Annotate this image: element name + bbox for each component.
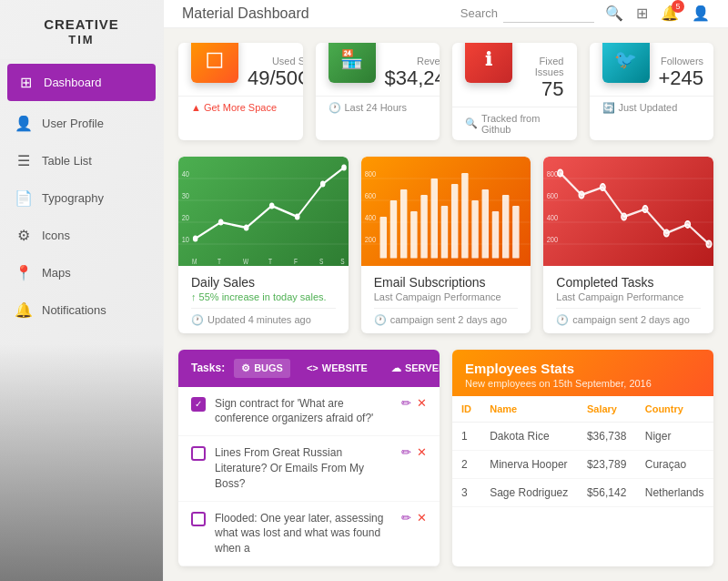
svg-text:400: 400: [364, 211, 376, 221]
svg-text:400: 400: [547, 211, 559, 221]
stat-card-fixed-issues: ℹ Fixed Issues 75 🔍 Tracked from Github: [452, 43, 577, 140]
svg-text:800: 800: [547, 168, 559, 178]
tasks-label: Tasks:: [191, 362, 225, 374]
twitter-icon: 🐦: [614, 48, 637, 70]
dashboard-label: Dashboard: [44, 76, 102, 89]
issues-value: 75: [521, 77, 564, 101]
sidebar-item-dashboard[interactable]: ⊞ Dashboard: [7, 64, 156, 101]
grid-view-icon[interactable]: ⊞: [636, 5, 648, 22]
sidebar-item-typography[interactable]: 📄 Typography: [0, 179, 163, 217]
bottom-section: Tasks: ⚙ BUGS <> WEBSITE ☁ SERVER: [178, 350, 713, 566]
user-account-icon[interactable]: 👤: [692, 5, 710, 22]
task-edit-2[interactable]: ✏: [401, 445, 411, 459]
bugs-label: BUGS: [254, 362, 283, 373]
svg-text:S: S: [319, 256, 323, 265]
completed-tasks-title: Completed Tasks: [556, 275, 701, 290]
revenue-value: $34,245: [385, 66, 440, 90]
svg-point-59: [707, 240, 713, 247]
logo-line1: CREATIVE: [15, 16, 148, 33]
row1-id: 1: [452, 422, 480, 450]
get-more-space-link[interactable]: ▲ Get More Space: [191, 102, 277, 113]
search-label: Search: [460, 6, 498, 20]
employees-card: Employees Stats New employees on 15th Se…: [452, 350, 713, 566]
task-actions-3: ✏ ✕: [401, 511, 427, 525]
row1-country: Niger: [636, 422, 713, 450]
daily-sales-info: Daily Sales ↑ 55% increase in today sale…: [178, 266, 349, 333]
sidebar-item-user-profile[interactable]: 👤 User Profile: [0, 105, 163, 142]
svg-text:S: S: [340, 256, 344, 265]
tasks-tab-server[interactable]: ☁ SERVER: [384, 359, 440, 378]
row1-salary: $36,738: [578, 422, 636, 450]
svg-rect-42: [502, 195, 509, 259]
task-delete-3[interactable]: ✕: [417, 511, 427, 525]
sidebar-logo: CREATIVE TIM: [0, 0, 163, 60]
completed-tasks-chart: 800 600 400 200: [543, 157, 713, 266]
svg-text:600: 600: [364, 189, 376, 199]
stat-card-revenue: 🏪 Revenue $34,245 🕐 Last 24 Hours: [316, 43, 440, 140]
followers-icon-box: 🐦: [602, 43, 650, 83]
task-text-3: Flooded: One year later, assessing what …: [215, 511, 392, 556]
task-edit-3[interactable]: ✏: [401, 511, 411, 525]
sidebar-item-notifications[interactable]: 🔔 Notifications: [0, 291, 163, 329]
svg-rect-43: [512, 206, 519, 259]
svg-text:M: M: [192, 256, 197, 265]
completed-tasks-info: Completed Tasks Last Campaign Performanc…: [543, 266, 713, 333]
svg-text:10: 10: [182, 233, 189, 243]
completed-tasks-footer: 🕐 campaign sent 2 days ago: [556, 308, 701, 326]
sidebar-item-icons[interactable]: ⚙ Icons: [0, 217, 163, 254]
svg-point-56: [643, 206, 649, 212]
task-checkbox-3[interactable]: [191, 512, 206, 526]
issues-icon: ℹ: [485, 48, 492, 70]
svg-point-13: [320, 180, 326, 187]
website-label: WEBSITE: [322, 362, 368, 373]
svg-point-11: [269, 202, 275, 209]
svg-point-8: [193, 235, 198, 241]
chart-card-daily-sales: 40 30 20 10: [178, 157, 349, 333]
task-text-2: Lines From Great Russian Literature? Or …: [215, 445, 392, 491]
task-item: Lines From Great Russian Literature? Or …: [178, 436, 440, 501]
user-profile-icon: 👤: [15, 115, 33, 132]
revenue-label: Revenue: [385, 56, 440, 66]
chart-card-completed-tasks: 800 600 400 200: [543, 157, 713, 333]
row2-country: Curaçao: [636, 450, 713, 478]
tasks-tab-bugs[interactable]: ⚙ BUGS: [234, 359, 290, 378]
svg-text:600: 600: [547, 189, 559, 199]
topbar: Material Dashboard Search 🔍 ⊞ 🔔 5 👤: [164, 0, 728, 28]
notification-badge: 5: [672, 0, 684, 13]
stat-card-used-space: ◻ Used Space 49/50GB ▲ Get More Space: [178, 43, 303, 140]
task-delete-1[interactable]: ✕: [417, 396, 427, 410]
svg-point-53: [580, 191, 585, 198]
daily-sales-chart: 40 30 20 10: [178, 157, 349, 266]
task-item: Sign contract for 'What are conference o…: [178, 387, 440, 437]
chart-card-email-subscriptions: 800 600 400 200: [361, 157, 531, 333]
task-edit-1[interactable]: ✏: [401, 396, 411, 410]
issues-label: Fixed Issues: [521, 56, 564, 77]
sidebar-item-maps[interactable]: 📍 Maps: [0, 254, 163, 291]
col-salary: Salary: [578, 396, 636, 423]
used-space-icon: ◻: [205, 45, 225, 73]
revenue-icon-box: 🏪: [329, 43, 376, 83]
notifications-label: Notifications: [42, 303, 106, 317]
task-checkbox-2[interactable]: [191, 446, 206, 461]
svg-text:20: 20: [182, 211, 189, 221]
issues-icon-box: ℹ: [465, 43, 512, 83]
task-checkbox-1[interactable]: [191, 397, 206, 412]
svg-point-55: [622, 213, 627, 219]
row3-id: 3: [452, 478, 480, 506]
notification-bell-icon[interactable]: 🔔 5: [661, 5, 679, 22]
task-delete-2[interactable]: ✕: [417, 445, 427, 459]
chart-cards: 40 30 20 10: [178, 157, 713, 333]
email-subscriptions-stat: Last Campaign Performance: [374, 291, 519, 302]
svg-text:200: 200: [364, 233, 376, 243]
email-subscriptions-title: Email Subscriptions: [374, 275, 519, 290]
search-input[interactable]: [503, 5, 594, 23]
daily-sales-stat: ↑ 55% increase in today sales.: [191, 291, 336, 302]
sidebar-item-table-list[interactable]: ☰ Table List: [0, 142, 163, 179]
svg-rect-40: [481, 189, 488, 259]
daily-sales-footer: 🕐 Updated 4 minutes ago: [191, 308, 336, 326]
svg-text:200: 200: [547, 233, 559, 243]
svg-text:30: 30: [182, 189, 189, 199]
tasks-tab-website[interactable]: <> WEBSITE: [299, 359, 375, 377]
search-icon[interactable]: 🔍: [605, 5, 623, 22]
revenue-footer: Last 24 Hours: [345, 102, 407, 113]
